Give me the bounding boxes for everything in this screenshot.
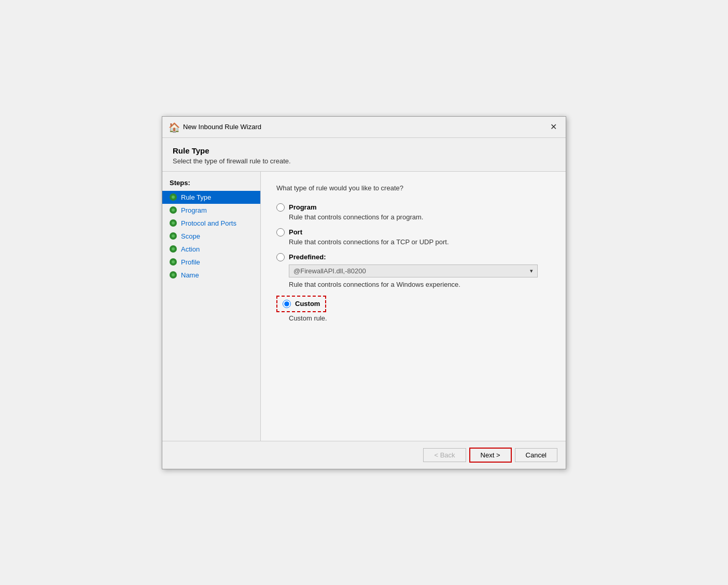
radio-row-custom: Custom: [283, 300, 320, 308]
footer: < Back Next > Cancel: [162, 441, 566, 469]
back-button[interactable]: < Back: [423, 448, 466, 462]
title-bar-left: 🏠 New Inbound Rule Wizard: [169, 122, 261, 132]
page-title: Rule Type: [173, 146, 555, 155]
sidebar-item-scope[interactable]: Scope: [162, 230, 260, 243]
cancel-button[interactable]: Cancel: [515, 448, 557, 462]
sidebar: Steps: Rule Type Program Protocol and Po…: [162, 172, 261, 441]
sidebar-label-program: Program: [181, 206, 207, 214]
step-dot-rule-type: [170, 193, 177, 201]
sidebar-label-rule-type: Rule Type: [181, 193, 211, 201]
label-program[interactable]: Program: [289, 203, 316, 211]
header-section: Rule Type Select the type of firewall ru…: [162, 138, 566, 171]
desc-predefined: Rule that controls connections for a Win…: [289, 281, 550, 288]
radio-row-port: Port: [276, 228, 550, 236]
sidebar-item-program[interactable]: Program: [162, 204, 260, 217]
next-button[interactable]: Next >: [469, 448, 512, 463]
radio-row-predefined: Predefined:: [276, 253, 550, 261]
content-area: Steps: Rule Type Program Protocol and Po…: [162, 171, 566, 441]
sidebar-label-name: Name: [181, 271, 199, 279]
sidebar-label-action: Action: [181, 245, 200, 253]
window-title: New Inbound Rule Wizard: [183, 123, 261, 131]
sidebar-item-protocol-ports[interactable]: Protocol and Ports: [162, 217, 260, 230]
radio-port[interactable]: [276, 228, 285, 236]
sidebar-item-action[interactable]: Action: [162, 243, 260, 256]
option-custom: Custom Custom rule.: [276, 296, 550, 322]
sidebar-item-profile[interactable]: Profile: [162, 256, 260, 269]
sidebar-item-rule-type[interactable]: Rule Type: [162, 191, 260, 204]
close-button[interactable]: ✕: [547, 121, 559, 133]
radio-predefined[interactable]: [276, 253, 285, 261]
label-custom[interactable]: Custom: [295, 300, 320, 308]
label-predefined[interactable]: Predefined:: [289, 253, 326, 261]
question-text: What type of rule would you like to crea…: [276, 184, 550, 192]
step-dot-profile: [170, 258, 177, 266]
step-dot-program: [170, 206, 177, 214]
title-bar: 🏠 New Inbound Rule Wizard ✕: [162, 117, 566, 138]
step-dot-scope: [170, 232, 177, 240]
sidebar-label-profile: Profile: [181, 258, 200, 266]
desc-port: Rule that controls connections for a TCP…: [289, 238, 550, 246]
custom-highlight-box: Custom: [276, 296, 326, 312]
dropdown-value: @FirewallAPI.dll,-80200: [293, 267, 366, 275]
desc-program: Rule that controls connections for a pro…: [289, 213, 550, 221]
window-icon: 🏠: [169, 122, 179, 132]
step-dot-action: [170, 245, 177, 253]
radio-program[interactable]: [276, 203, 285, 212]
step-dot-protocol: [170, 219, 177, 227]
option-port: Port Rule that controls connections for …: [276, 228, 550, 246]
sidebar-item-name[interactable]: Name: [162, 269, 260, 282]
label-port[interactable]: Port: [289, 228, 302, 236]
desc-custom: Custom rule.: [289, 314, 550, 322]
page-subtitle: Select the type of firewall rule to crea…: [173, 157, 555, 165]
option-program: Program Rule that controls connections f…: [276, 203, 550, 221]
radio-custom[interactable]: [283, 300, 291, 308]
step-dot-name: [170, 271, 177, 278]
radio-row-program: Program: [276, 203, 550, 212]
wizard-window: 🏠 New Inbound Rule Wizard ✕ Rule Type Se…: [162, 116, 566, 469]
steps-label: Steps:: [162, 179, 260, 191]
chevron-down-icon: ▾: [530, 268, 533, 274]
sidebar-label-scope: Scope: [181, 232, 200, 240]
sidebar-label-protocol: Protocol and Ports: [181, 219, 236, 227]
option-predefined: Predefined: @FirewallAPI.dll,-80200 ▾ Ru…: [276, 253, 550, 288]
main-panel: What type of rule would you like to crea…: [261, 172, 566, 441]
predefined-dropdown[interactable]: @FirewallAPI.dll,-80200 ▾: [289, 264, 538, 277]
